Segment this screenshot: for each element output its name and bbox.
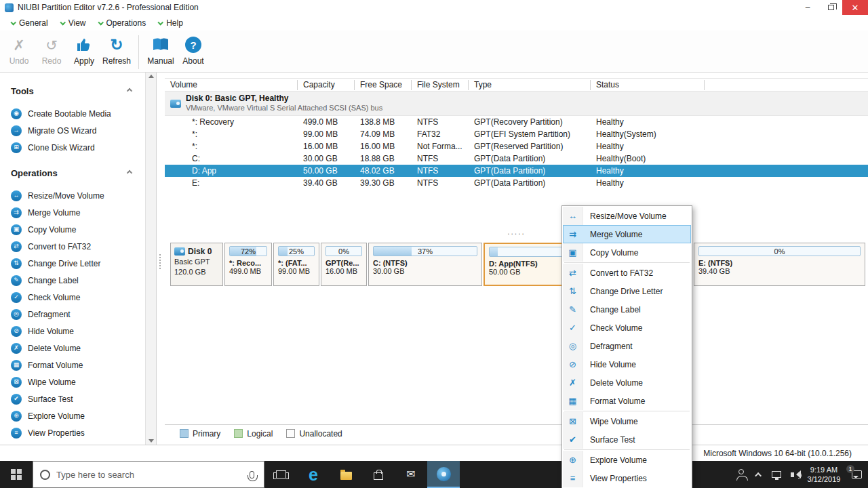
refresh-button[interactable]: ↻ Refresh bbox=[100, 35, 133, 66]
menu-general[interactable]: General bbox=[5, 17, 55, 29]
about-button[interactable]: ? About bbox=[177, 35, 210, 66]
tools-group-header[interactable]: Tools bbox=[11, 83, 145, 98]
context-menu-item-convert-to-fat32[interactable]: ⇄Convert to FAT32 bbox=[563, 264, 691, 282]
context-menu-item-defragment[interactable]: ◎Defragment bbox=[563, 337, 691, 355]
sidebar-item-label: Defragment bbox=[28, 310, 71, 319]
partition-block-e-ntfs[interactable]: 0%E: (NTFS)39.40 GB bbox=[694, 243, 865, 286]
partition-block-fat[interactable]: 25%*: (FAT...99.00 MB bbox=[273, 243, 319, 286]
table-row[interactable]: *: Recovery499.0 MB138.8 MBNTFSGPT(Recov… bbox=[165, 116, 868, 128]
file-explorer-button[interactable] bbox=[330, 461, 362, 488]
map-splitter[interactable]: ..... bbox=[165, 228, 868, 238]
undo-button[interactable]: ✗ Undo bbox=[3, 35, 35, 66]
sidebar-item-merge-volume[interactable]: ⇉Merge Volume bbox=[11, 204, 145, 221]
surface-test-icon: ✔ bbox=[563, 430, 583, 449]
niubi-taskbar-button[interactable] bbox=[427, 461, 460, 488]
column-header-capacity[interactable]: Capacity bbox=[298, 80, 355, 90]
partition-block-reco[interactable]: 72%*: Reco...499.0 MB bbox=[224, 243, 272, 286]
context-menu-item-change-label[interactable]: ✎Change Label bbox=[563, 300, 691, 319]
table-row[interactable]: *:99.00 MB74.09 MBFAT32GPT(EFI System Pa… bbox=[165, 128, 868, 140]
sidebar-item-label: Format Volume bbox=[28, 361, 83, 370]
table-row[interactable]: D: App50.00 GB48.02 GBNTFSGPT(Data Parti… bbox=[165, 165, 868, 177]
sidebar-item-create-bootable-media[interactable]: ◉Create Bootable Media bbox=[11, 105, 145, 122]
context-menu-item-merge-volume[interactable]: ⇉Merge Volume bbox=[563, 225, 691, 243]
context-menu-item-copy-volume[interactable]: ▣Copy Volume bbox=[563, 243, 691, 262]
tray-expand-button[interactable] bbox=[750, 461, 768, 488]
sidebar-item-check-volume[interactable]: ✓Check Volume bbox=[11, 289, 145, 306]
sidebar-item-clone-disk-wizard[interactable]: ⊞Clone Disk Wizard bbox=[11, 139, 145, 156]
taskbar-search[interactable]: Type here to search bbox=[33, 461, 264, 488]
context-menu-item-explore-volume[interactable]: ⊕Explore Volume bbox=[563, 451, 691, 469]
context-menu-item-surface-test[interactable]: ✔Surface Test bbox=[563, 430, 691, 449]
table-row[interactable]: C:30.00 GB18.88 GBNTFSGPT(Data Partition… bbox=[165, 152, 868, 165]
context-menu-item-delete-volume[interactable]: ✗Delete Volume bbox=[563, 373, 691, 392]
sidebar-item-migrate-os-wizard[interactable]: →Migrate OS Wizard bbox=[11, 122, 145, 139]
sidebar-item-explore-volume[interactable]: ⊕Explore Volume bbox=[11, 407, 145, 424]
context-menu-item-format-volume[interactable]: ▦Format Volume bbox=[563, 392, 691, 410]
cell-free_space: 39.30 GB bbox=[355, 178, 412, 188]
column-header-status[interactable]: Status bbox=[591, 80, 705, 90]
edge-button[interactable]: e bbox=[297, 461, 330, 488]
sidebar-item-surface-test[interactable]: ✔Surface Test bbox=[11, 390, 145, 407]
column-header-file-system[interactable]: File System bbox=[412, 80, 469, 90]
close-button[interactable]: ✕ bbox=[842, 0, 868, 15]
disk-group-header[interactable]: Disk 0: Basic GPT, Healthy VMware, VMwar… bbox=[165, 92, 868, 116]
volume-button[interactable] bbox=[785, 461, 803, 488]
partition-label: *: Reco... bbox=[229, 259, 267, 267]
operations-group-header[interactable]: Operations bbox=[11, 165, 145, 180]
context-menu-item-view-properties[interactable]: ≡View Properties bbox=[563, 469, 691, 487]
context-menu-item-resize-move-volume[interactable]: ↔Resize/Move Volume bbox=[563, 207, 691, 225]
table-row[interactable]: *:16.00 MB16.00 MBNot Forma...GPT(Reserv… bbox=[165, 140, 868, 152]
apply-button[interactable]: Apply bbox=[68, 35, 100, 66]
disk-map-disk-info[interactable]: Disk 0 Basic GPT 120.0 GB bbox=[170, 243, 223, 286]
cell-file_system: NTFS bbox=[412, 117, 469, 127]
context-menu-item-hide-volume[interactable]: ⊘Hide Volume bbox=[563, 355, 691, 373]
context-menu-label: Surface Test bbox=[583, 430, 635, 449]
task-view-button[interactable] bbox=[264, 461, 297, 488]
column-header-volume[interactable]: Volume bbox=[165, 80, 298, 90]
mail-button[interactable]: ✉ bbox=[395, 461, 427, 488]
action-center-button[interactable]: 1 bbox=[845, 461, 868, 488]
sidebar-item-convert-to-fat32[interactable]: ⇄Convert to FAT32 bbox=[11, 238, 145, 255]
cell-capacity: 16.00 MB bbox=[298, 142, 355, 151]
column-header-type[interactable]: Type bbox=[469, 80, 591, 90]
menu-help[interactable]: Help bbox=[153, 17, 190, 29]
network-button[interactable] bbox=[768, 461, 785, 488]
sidebar-item-change-label[interactable]: ✎Change Label bbox=[11, 272, 145, 289]
cell-type: GPT(Data Partition) bbox=[469, 154, 591, 163]
column-header-free-space[interactable]: Free Space bbox=[355, 80, 412, 90]
partition-block-c-ntfs[interactable]: 37%C: (NTFS)30.00 GB bbox=[368, 243, 482, 286]
store-button[interactable] bbox=[362, 461, 395, 488]
panel-splitter[interactable] bbox=[157, 73, 165, 445]
sidebar-item-defragment[interactable]: ◎Defragment bbox=[11, 306, 145, 323]
redo-button[interactable]: ↺ Redo bbox=[35, 35, 68, 66]
manual-button[interactable]: Manual bbox=[144, 35, 177, 66]
scroll-up-icon[interactable] bbox=[149, 75, 154, 78]
sidebar-item-copy-volume[interactable]: ▣Copy Volume bbox=[11, 221, 145, 238]
context-menu-item-change-drive-letter[interactable]: ⇅Change Drive Letter bbox=[563, 282, 691, 300]
scroll-down-icon[interactable] bbox=[149, 439, 154, 443]
manual-label: Manual bbox=[147, 56, 174, 66]
minimize-button[interactable]: – bbox=[796, 0, 819, 15]
menu-view[interactable]: View bbox=[55, 17, 93, 29]
sidebar-item-hide-volume[interactable]: ⊘Hide Volume bbox=[11, 323, 145, 340]
context-menu-item-check-volume[interactable]: ✓Check Volume bbox=[563, 319, 691, 337]
sidebar-item-format-volume[interactable]: ▦Format Volume bbox=[11, 357, 145, 373]
people-button[interactable] bbox=[732, 461, 750, 488]
sidebar-item-view-properties[interactable]: ≡View Properties bbox=[11, 424, 145, 441]
sidebar-item-resize-move-volume[interactable]: ↔Resize/Move Volume bbox=[11, 187, 145, 204]
sidebar-scrollbar[interactable] bbox=[145, 73, 156, 445]
sidebar-item-change-drive-letter[interactable]: ⇅Change Drive Letter bbox=[11, 255, 145, 272]
microphone-icon[interactable] bbox=[250, 471, 254, 479]
context-menu-item-wipe-volume[interactable]: ⊠Wipe Volume bbox=[563, 412, 691, 430]
os-version-text: Microsoft Windows 10 64-bit (10.0.1.256) bbox=[703, 449, 852, 458]
cell-type: GPT(Data Partition) bbox=[469, 178, 591, 188]
sidebar-item-delete-volume[interactable]: ✗Delete Volume bbox=[11, 340, 145, 357]
menu-operations[interactable]: Operations bbox=[93, 17, 153, 29]
table-row[interactable]: E:39.40 GB39.30 GBNTFSGPT(Data Partition… bbox=[165, 177, 868, 189]
sidebar-item-wipe-volume[interactable]: ⊠Wipe Volume bbox=[11, 373, 145, 390]
partition-block-gpt-re[interactable]: 0%GPT(Re...16.00 MB bbox=[321, 243, 367, 286]
maximize-button[interactable] bbox=[819, 0, 842, 15]
start-button[interactable] bbox=[0, 461, 33, 488]
clock[interactable]: 9:19 AM 3/12/2019 bbox=[803, 465, 845, 484]
bootable-media-icon: ◉ bbox=[11, 108, 22, 119]
